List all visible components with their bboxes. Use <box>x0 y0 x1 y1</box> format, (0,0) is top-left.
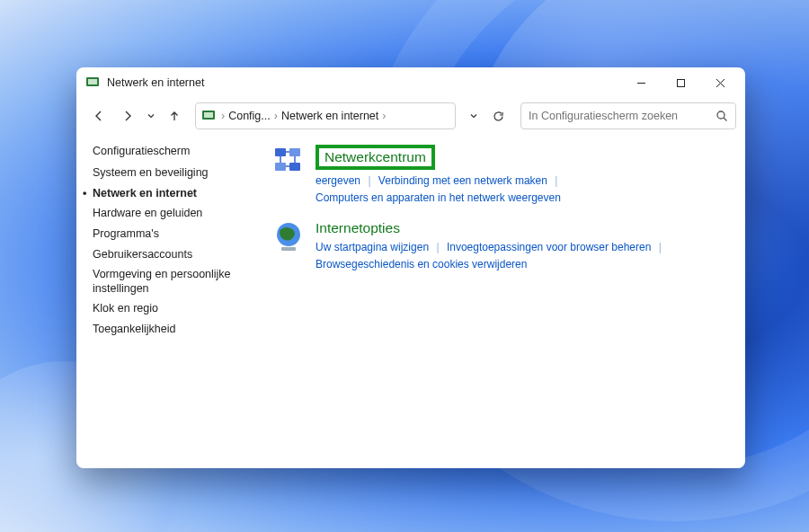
titlebar: Netwerk en internet <box>76 67 745 98</box>
sidebar-item-programs[interactable]: Programma's <box>93 227 272 242</box>
link-manage-addons[interactable]: Invoegtoepassingen voor browser beheren <box>447 241 651 253</box>
sidebar-item-clock-region[interactable]: Klok en regio <box>93 302 272 316</box>
search-box[interactable] <box>520 102 736 129</box>
arrow-left-icon <box>93 110 105 122</box>
svg-rect-11 <box>289 148 300 156</box>
sidebar-item-network-internet[interactable]: Netwerk en internet <box>93 187 272 201</box>
refresh-icon <box>493 111 504 122</box>
app-icon <box>201 109 216 123</box>
sidebar-item-appearance-personal[interactable]: Vormgeving en persoonlijke instellingen <box>93 268 272 296</box>
maximize-button[interactable] <box>661 69 700 96</box>
internet-options-icon <box>272 220 305 253</box>
chevron-down-icon <box>147 111 156 120</box>
link-view-network-devices[interactable]: Computers en apparaten in het netwerk we… <box>316 191 561 204</box>
content-area: Configuratiescherm Systeem en beveiligin… <box>76 134 745 468</box>
link-divider: | <box>659 241 662 253</box>
group-internet-options: Internetopties Uw startpagina wijzigen |… <box>272 220 729 272</box>
close-button[interactable] <box>700 69 740 96</box>
window-title: Netwerk en internet <box>107 76 204 89</box>
breadcrumb-segment[interactable]: Netwerk en internet <box>281 110 378 122</box>
breadcrumb-segment[interactable]: Config... <box>228 110 271 122</box>
arrow-up-icon <box>168 110 181 122</box>
svg-rect-15 <box>281 247 296 251</box>
svg-rect-3 <box>677 79 684 86</box>
svg-line-9 <box>724 118 727 121</box>
link-row: Browsegeschiedenis en cookies verwijdere… <box>316 256 729 273</box>
sidebar: Configuratiescherm Systeem en beveiligin… <box>93 145 272 452</box>
svg-rect-10 <box>275 148 286 156</box>
address-bar[interactable]: › Config... › Netwerk en internet › <box>195 102 456 129</box>
link-change-homepage[interactable]: Uw startpagina wijzigen <box>316 241 429 253</box>
sidebar-item-accessibility[interactable]: Toegankelijkheid <box>93 323 272 337</box>
group-title-internet-options[interactable]: Internetopties <box>316 220 729 236</box>
sidebar-item-hardware-sound[interactable]: Hardware en geluiden <box>93 207 272 221</box>
svg-rect-13 <box>289 163 300 171</box>
chevron-right-icon: › <box>382 110 386 122</box>
history-dropdown-button[interactable] <box>143 102 159 129</box>
svg-rect-12 <box>275 163 286 171</box>
maximize-icon <box>676 78 686 88</box>
up-button[interactable] <box>161 102 188 129</box>
back-button[interactable] <box>85 102 112 129</box>
link-delete-browsing-history[interactable]: Browsegeschiedenis en cookies verwijdere… <box>316 258 527 270</box>
network-center-icon <box>272 145 305 177</box>
link-divider: | <box>436 241 439 253</box>
search-icon <box>716 110 728 122</box>
address-dropdown-button[interactable] <box>463 102 485 129</box>
link-row: Computers en apparaten in het netwerk we… <box>316 190 729 207</box>
forward-button[interactable] <box>114 102 141 129</box>
search-input[interactable] <box>529 110 716 122</box>
sidebar-title[interactable]: Configuratiescherm <box>93 145 272 157</box>
group-title-network-center[interactable]: Netwerkcentrum <box>316 145 729 173</box>
link-divider: | <box>368 174 370 187</box>
arrow-right-icon <box>121 110 134 122</box>
sidebar-item-system-security[interactable]: Systeem en beveiliging <box>93 166 272 181</box>
group-network-center: Netwerkcentrum eergeven | Verbinding met… <box>272 145 729 206</box>
link-divider: | <box>555 174 557 187</box>
link-connect-network[interactable]: Verbinding met een netwerk maken <box>378 174 547 187</box>
app-icon <box>85 75 100 90</box>
link-row: eergeven | Verbinding met een netwerk ma… <box>316 173 729 190</box>
close-icon <box>716 78 725 88</box>
main-panel: Netwerkcentrum eergeven | Verbinding met… <box>272 145 729 452</box>
link-row: Uw startpagina wijzigen | Invoegtoepassi… <box>316 239 729 256</box>
minimize-icon <box>636 78 646 88</box>
chevron-right-icon: › <box>274 110 278 122</box>
refresh-button[interactable] <box>486 102 510 129</box>
svg-rect-7 <box>204 112 213 118</box>
sidebar-item-user-accounts[interactable]: Gebruikersaccounts <box>93 248 272 262</box>
link-view-network-status[interactable]: eergeven <box>316 174 360 187</box>
chevron-down-icon <box>469 111 478 120</box>
network-center-heading[interactable]: Netwerkcentrum <box>316 145 435 170</box>
chevron-right-icon: › <box>221 110 225 122</box>
navbar: › Config... › Netwerk en internet › <box>76 98 745 134</box>
svg-rect-1 <box>88 79 97 84</box>
control-panel-window: Netwerk en internet › Con <box>76 67 745 468</box>
svg-point-8 <box>717 111 725 119</box>
minimize-button[interactable] <box>621 69 661 96</box>
